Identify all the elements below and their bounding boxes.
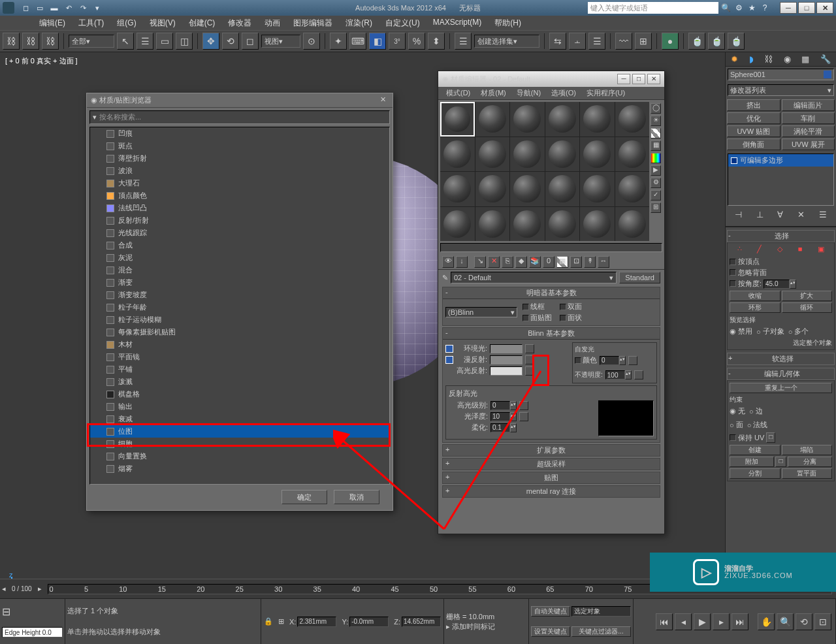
chk-preserve-uv[interactable]: 保持 UV □ (730, 432, 832, 443)
nav-orbit-icon[interactable]: ⟲ (796, 613, 812, 630)
sample-slot[interactable] (440, 172, 475, 206)
qat-open-icon[interactable]: ▭ (34, 2, 46, 14)
btn-detach[interactable]: 分离 (788, 457, 832, 467)
selfillum-input[interactable] (600, 356, 619, 365)
minimize-button[interactable]: ─ (780, 2, 797, 14)
btn-loop[interactable]: 循环 (782, 302, 833, 313)
so-vertex-icon[interactable]: ∴ (737, 245, 742, 253)
browser-item[interactable]: 向量置换 (90, 450, 389, 462)
btn-shrink[interactable]: 收缩 (730, 291, 780, 301)
align-icon[interactable]: ⫠ (569, 33, 586, 50)
browser-item[interactable]: 位图 (90, 425, 389, 438)
spinner-snap-icon[interactable]: ⬍ (428, 33, 445, 50)
abs-rel-icon[interactable]: ⊞ (278, 617, 284, 626)
nav-zoom-icon[interactable]: 🔍 (777, 613, 794, 630)
opacity-map-button[interactable] (634, 370, 643, 379)
material-editor-icon[interactable]: ● (662, 33, 679, 50)
chk-facemap[interactable]: 面贴图 (522, 313, 552, 323)
sample-slot[interactable] (510, 207, 545, 242)
me-close-button[interactable]: ✕ (647, 74, 660, 84)
make-unique-icon[interactable]: ◆ (515, 256, 527, 268)
btn-uvw-unwrap[interactable]: UVW 展开 (782, 138, 835, 150)
keyboard-icon[interactable]: ⌨ (349, 33, 366, 50)
browser-search-input[interactable]: ▾ 按名称搜索... (89, 110, 390, 124)
maximize-button[interactable]: □ (798, 2, 815, 14)
browser-list[interactable]: 凹痕斑点薄壁折射波浪大理石顶点颜色法线凹凸反射/折射光线跟踪合成灰泥混合渐变渐变… (89, 127, 390, 485)
tab-motion-icon[interactable]: ◉ (784, 54, 791, 64)
select-window-icon[interactable]: ◫ (176, 33, 193, 50)
tab-utility-icon[interactable]: 🔧 (820, 54, 831, 64)
sample-color-icon[interactable] (651, 153, 661, 163)
search-icon[interactable]: 🔍 (720, 2, 732, 14)
select-name-icon[interactable]: ☰ (137, 33, 153, 50)
browser-item[interactable]: 泼溅 (90, 376, 389, 388)
btn-extrude[interactable]: 挤出 (727, 99, 780, 111)
menu-help[interactable]: 帮助(H) (488, 16, 528, 30)
menu-views[interactable]: 视图(V) (143, 16, 182, 30)
browser-close-button[interactable]: ✕ (377, 95, 389, 106)
qat-undo-icon[interactable]: ↶ (63, 2, 74, 14)
modifier-list-combo[interactable]: 修改器列表▾ (728, 84, 834, 96)
cancel-button[interactable]: 取消 (334, 490, 379, 504)
chk-by-vertex[interactable]: 按顶点 (730, 256, 832, 267)
help-search-input[interactable]: 键入关键字或短语 (588, 2, 718, 14)
ok-button[interactable]: 确定 (281, 490, 327, 504)
browser-item[interactable]: 反射/折射 (90, 214, 389, 227)
speclevel-map-button[interactable] (519, 401, 528, 410)
coord-y-input[interactable] (349, 617, 389, 627)
browser-item[interactable]: 棋盘格 (90, 388, 389, 400)
setkey-button[interactable]: 设置关键点 (531, 626, 570, 637)
autokey-button[interactable]: 自动关键点 (531, 606, 570, 617)
me-menu-options[interactable]: 选项(O) (546, 87, 581, 99)
render-icon[interactable]: 🍵 (728, 33, 745, 50)
bind-icon[interactable]: ⛓ (42, 33, 59, 50)
browser-item[interactable]: 木材 (90, 338, 389, 351)
so-element-icon[interactable]: ▣ (818, 245, 824, 253)
tab-display-icon[interactable]: ▦ (801, 54, 809, 64)
radio-off[interactable]: ◉ 禁用 (730, 326, 752, 337)
btn-bevel-face[interactable]: 倒角面 (727, 138, 780, 150)
show-end-icon[interactable]: ⊡ (570, 256, 582, 268)
rollout-mentalray[interactable]: +mental ray 连接 (442, 485, 660, 498)
menu-render[interactable]: 渲染(R) (339, 16, 379, 30)
rotate-icon[interactable]: ⟲ (222, 33, 239, 50)
menu-edit[interactable]: 编辑(E) (33, 16, 72, 30)
nav-parent-icon[interactable]: ↟ (584, 256, 596, 268)
browser-titlebar[interactable]: ◉ 材质/贴图浏览器 ✕ (87, 93, 393, 108)
render-setup-icon[interactable]: 🍵 (688, 33, 705, 50)
snap-icon[interactable]: ◧ (369, 33, 386, 50)
angle-input[interactable] (764, 280, 790, 289)
btn-cut[interactable]: 分割 (730, 468, 780, 479)
browser-item[interactable]: 粒子运动模糊 (90, 314, 389, 326)
angle-snap-icon[interactable]: 3° (389, 33, 406, 50)
comm-icon[interactable]: ⚙ (733, 2, 745, 14)
sample-slot[interactable] (440, 207, 475, 242)
sample-3x2-icon[interactable]: ⊞ (651, 202, 661, 213)
app-icon[interactable] (3, 2, 14, 14)
chk-2sided[interactable]: 双面 (560, 302, 589, 312)
btn-edit-patch[interactable]: 编辑面片 (782, 99, 835, 111)
rollout-shader[interactable]: -明暗器基本参数 (443, 287, 660, 299)
browser-item[interactable]: 薄壁折射 (90, 152, 389, 165)
schematic-icon[interactable]: ⊞ (635, 33, 652, 50)
soften-input[interactable] (490, 423, 510, 432)
nav-sibling-icon[interactable]: ↔ (598, 256, 609, 268)
btn-repeat[interactable]: 重复上一个 (730, 383, 832, 393)
move-icon[interactable]: ✥ (202, 33, 219, 50)
sample-slot[interactable] (510, 172, 545, 206)
play-next-icon[interactable]: ▸ (713, 613, 730, 630)
mat-id-icon[interactable]: 0 (543, 256, 555, 268)
menu-maxscript[interactable]: MAXScript(M) (426, 16, 489, 30)
manipulate-icon[interactable]: ✦ (330, 33, 347, 50)
sample-slot[interactable] (475, 102, 510, 137)
radio-face[interactable]: ○ 面 (730, 419, 743, 430)
rollout-supersample[interactable]: +超级采样 (442, 458, 660, 470)
radio-edge[interactable]: ○ 边 (749, 406, 763, 417)
diffuse-swatch[interactable] (490, 355, 522, 364)
browser-item[interactable]: 大理石 (90, 177, 389, 189)
coord-z-input[interactable] (402, 617, 441, 627)
sample-slot[interactable] (510, 102, 545, 137)
browser-item[interactable]: 衰减 (90, 413, 389, 425)
sample-slot[interactable] (615, 137, 650, 172)
ambient-swatch[interactable] (490, 344, 522, 353)
